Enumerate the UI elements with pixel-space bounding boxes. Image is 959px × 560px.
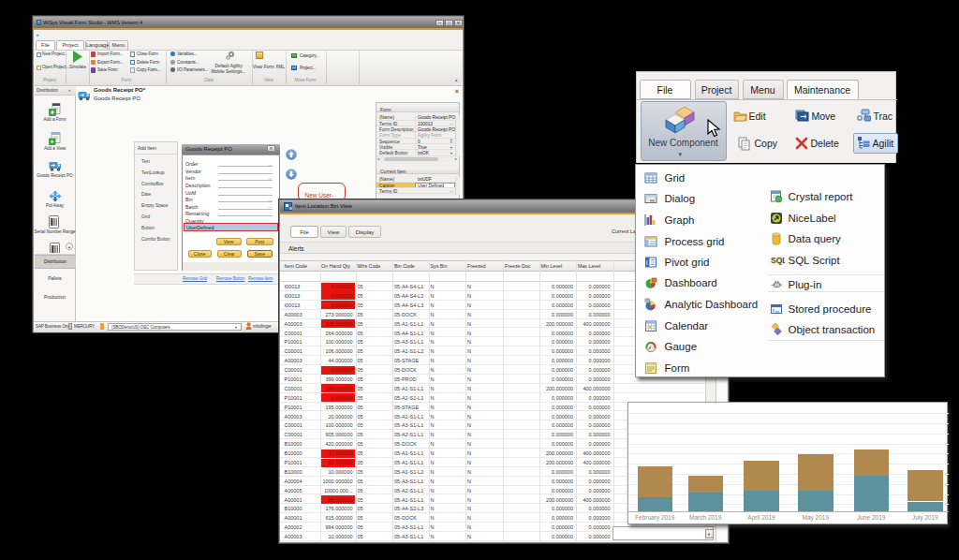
svg-text:SQL: SQL	[771, 256, 785, 265]
